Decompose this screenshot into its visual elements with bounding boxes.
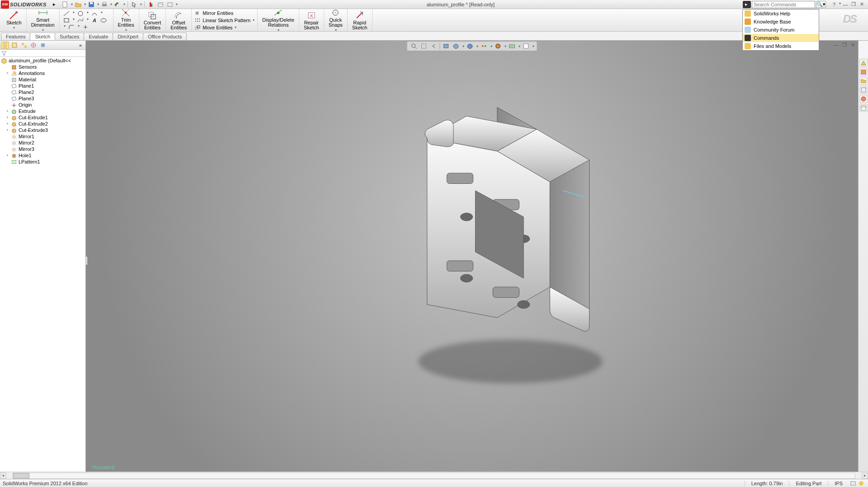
sketch-button[interactable]: Sketch▾	[4, 10, 24, 31]
display-delete-relations-button[interactable]: Display/Delete Relations▾	[259, 7, 297, 33]
search-option-forum[interactable]: Community Forum	[743, 26, 819, 34]
tree-item[interactable]: +Hole1	[0, 152, 85, 159]
convert-entities-button[interactable]: Convert Entities	[141, 10, 164, 31]
view-orientation-button[interactable]	[452, 42, 460, 50]
tab-evaluate[interactable]: Evaluate	[84, 33, 113, 40]
custom-properties-tab[interactable]	[859, 104, 868, 112]
minimize-button[interactable]: —	[842, 1, 849, 8]
search-dropdown-button[interactable]: 🔍▾	[816, 1, 826, 8]
solidworks-resources-tab[interactable]	[859, 59, 868, 67]
search-option-files[interactable]: Files and Models	[743, 42, 819, 50]
graphics-viewport[interactable]: ▾ ▾ ▾ ▾ ▾ ▾ — ❐ ✕	[86, 41, 858, 472]
doc-close-button[interactable]: ✕	[849, 42, 856, 48]
print-button[interactable]	[100, 1, 108, 8]
scroll-thumb[interactable]	[13, 473, 29, 478]
scroll-right-button[interactable]: ▸	[862, 473, 868, 479]
edit-appearance-button[interactable]	[494, 42, 502, 50]
expand-toggle[interactable]: +	[5, 128, 9, 132]
quick-snaps-button[interactable]: Quick Snaps▾	[326, 7, 345, 33]
tree-item[interactable]: Mirror3	[0, 146, 85, 152]
options-button[interactable]	[156, 1, 165, 8]
new-button[interactable]	[61, 1, 69, 8]
scroll-left-button[interactable]: ◂	[0, 473, 6, 479]
search-input[interactable]	[752, 1, 815, 8]
tree-root[interactable]: aluminum_profile (Default<<	[0, 57, 85, 64]
offset-entities-button[interactable]: Offset Entities	[168, 10, 189, 31]
zoom-fit-button[interactable]	[410, 42, 418, 50]
tree-item[interactable]: Origin	[0, 102, 85, 108]
restore-button[interactable]: ❐	[850, 1, 857, 8]
rectangle-tool[interactable]	[63, 17, 70, 23]
text-tool[interactable]: A	[91, 17, 98, 23]
tree-filter-input[interactable]	[6, 51, 84, 56]
previous-view-button[interactable]	[430, 42, 438, 50]
tree-item[interactable]: Plane1	[0, 83, 85, 89]
search-category-icon[interactable]: ▸	[743, 1, 751, 8]
open-button[interactable]	[74, 1, 82, 8]
help-button[interactable]: ?	[830, 1, 838, 8]
expand-toggle[interactable]: +	[5, 153, 9, 158]
tree-item[interactable]: +Cut-Extrude2	[0, 121, 85, 127]
horizontal-scrollbar[interactable]: ◂ ▸	[0, 472, 868, 479]
tree-item[interactable]: Material	[0, 76, 85, 83]
status-icon-2[interactable]	[858, 480, 864, 487]
trim-entities-button[interactable]: Trim Entities▾	[115, 7, 137, 33]
save-button[interactable]	[87, 1, 95, 8]
tree-item[interactable]: Plane2	[0, 89, 85, 95]
tab-features[interactable]: Features	[1, 33, 30, 40]
tab-dimxpert[interactable]: DimXpert	[113, 33, 143, 40]
zoom-area-button[interactable]	[420, 42, 428, 50]
panel-collapse-button[interactable]: »	[76, 42, 85, 49]
expand-toggle[interactable]: +	[5, 115, 9, 120]
apply-scene-button[interactable]	[508, 42, 516, 50]
view-settings-button[interactable]	[522, 42, 530, 50]
close-button[interactable]: ✕	[858, 1, 865, 8]
search-option-help[interactable]: SolidWorks Help	[743, 9, 819, 18]
search-option-kb[interactable]: Knowledge Base	[743, 18, 819, 26]
design-library-tab[interactable]	[859, 68, 868, 76]
point-tool[interactable]	[82, 24, 89, 30]
feature-manager-tab[interactable]	[1, 42, 9, 49]
tree-item[interactable]: LPattern1	[0, 159, 85, 165]
doc-restore-button[interactable]: ❐	[841, 42, 848, 48]
tab-surfaces[interactable]: Surfaces	[55, 33, 84, 40]
appearances-tab[interactable]	[859, 95, 868, 103]
dimxpert-manager-tab[interactable]	[29, 42, 38, 49]
smart-dimension-button[interactable]: Smart Dimension▾	[28, 7, 57, 33]
line-tool[interactable]	[63, 10, 70, 16]
arc-tool[interactable]	[91, 10, 98, 16]
tree-item[interactable]: +AAnnotations	[0, 70, 85, 76]
mirror-entities-button[interactable]: Mirror Entities	[193, 9, 255, 17]
tree-item[interactable]: Sensors	[0, 64, 85, 70]
expand-toggle[interactable]: +	[5, 71, 9, 75]
status-icon-1[interactable]	[850, 480, 856, 487]
view-palette-tab[interactable]	[859, 86, 868, 94]
tree-item[interactable]: +Cut-Extrude3	[0, 127, 85, 133]
search-option-commands[interactable]: Commands	[743, 34, 819, 42]
tree-item[interactable]: Plane3	[0, 95, 85, 102]
rebuild-button[interactable]	[147, 1, 155, 8]
hide-show-button[interactable]	[480, 42, 488, 50]
ellipse-tool[interactable]	[100, 17, 107, 23]
configuration-manager-tab[interactable]	[20, 42, 28, 49]
tree-item[interactable]: Mirror2	[0, 140, 85, 146]
repair-sketch-button[interactable]: Repair Sketch	[301, 10, 322, 31]
display-manager-tab[interactable]	[39, 42, 47, 49]
circle-tool[interactable]	[77, 10, 84, 16]
tree-item[interactable]: +Cut-Extrude1	[0, 114, 85, 121]
tab-office-products[interactable]: Office Products	[143, 33, 187, 40]
panel-splitter-handle[interactable]	[86, 256, 88, 265]
tree-item[interactable]: Mirror1	[0, 133, 85, 140]
spline-tool[interactable]	[77, 17, 84, 23]
rapid-sketch-button[interactable]: Rapid Sketch	[349, 10, 370, 31]
unit-system-button[interactable]: IPS	[828, 481, 849, 486]
tree-item[interactable]: +Extrude	[0, 108, 85, 114]
linear-sketch-pattern-button[interactable]: Linear Sketch Pattern▾	[193, 17, 255, 24]
expand-toggle[interactable]: +	[5, 122, 9, 126]
move-entities-button[interactable]: Move Entities▾	[193, 24, 255, 31]
file-explorer-tab[interactable]	[859, 77, 868, 85]
property-manager-tab[interactable]	[10, 42, 19, 49]
doc-minimize-button[interactable]: —	[833, 42, 840, 48]
display-style-button[interactable]	[466, 42, 474, 50]
expand-toggle[interactable]: +	[5, 109, 9, 113]
